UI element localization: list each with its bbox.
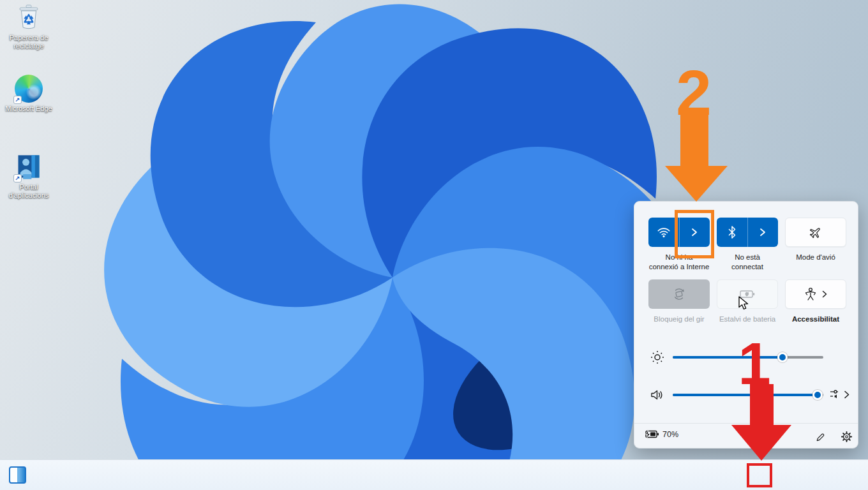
annotation-step1-highlight-box — [747, 463, 772, 487]
sound-output-icon — [829, 388, 842, 401]
edge-label: Microsoft Edge — [5, 105, 52, 113]
bluetooth-button[interactable] — [717, 218, 747, 247]
rotation-lock-label: Bloqueig del gir — [643, 315, 715, 324]
settings-button[interactable] — [839, 429, 854, 444]
bluetooth-icon — [728, 226, 737, 239]
brightness-thumb[interactable] — [777, 352, 788, 362]
rotation-lock-button[interactable] — [648, 279, 710, 309]
rotation-lock-icon — [672, 287, 686, 301]
recycle-bin-icon — [15, 4, 43, 32]
desktop-icon-company-portal[interactable]: ↗ Portal d'aplicacions — [1, 153, 57, 200]
battery-status[interactable]: 70% — [644, 429, 678, 439]
company-portal-label: Portal d'aplicacions — [9, 183, 49, 200]
quick-settings-panel: No hi ha connexió a Interne No està conn… — [634, 201, 858, 449]
brightness-icon — [650, 350, 665, 365]
annotation-step1-arrow-head — [731, 425, 791, 461]
pencil-icon — [814, 431, 825, 442]
desktop-icon-edge[interactable]: ↗ Microsoft Edge — [1, 75, 57, 113]
airplane-mode-button[interactable] — [785, 218, 846, 247]
volume-thumb[interactable] — [812, 390, 823, 400]
battery-saver-label: Estalvi de bateria — [712, 315, 783, 324]
accessibility-button[interactable] — [785, 279, 846, 309]
chevron-right-icon — [760, 228, 766, 237]
battery-percent-label: 70% — [662, 430, 678, 439]
qs-footer-divider — [634, 423, 858, 424]
annotation-step2-highlight-box — [675, 210, 714, 258]
chevron-right-icon — [822, 290, 827, 298]
shortcut-arrow-icon: ↗ — [13, 174, 22, 182]
airplane-mode-label: Mode d'avió — [780, 253, 851, 262]
recycle-bin-label: Paperera de reciclatge — [10, 34, 49, 50]
taskbar: 10:37 24/5/2024 z — [0, 459, 868, 490]
widgets-button[interactable] — [9, 466, 26, 484]
annotation-step2-arrow-head — [665, 166, 728, 202]
bluetooth-status-label: No està connectat — [712, 253, 783, 272]
chevron-right-icon — [844, 390, 849, 399]
airplane-icon — [809, 225, 823, 239]
wifi-icon — [657, 226, 671, 238]
volume-icon — [649, 387, 664, 403]
accessibility-icon — [804, 287, 817, 301]
edit-quick-settings-button[interactable] — [812, 429, 827, 444]
desktop-icon-recycle-bin[interactable]: Paperera de reciclatge — [1, 4, 57, 50]
bluetooth-expand-button[interactable] — [747, 218, 779, 247]
annotation-step1-arrow-shaft — [750, 384, 774, 426]
sound-output-button[interactable] — [829, 388, 849, 401]
mouse-cursor — [738, 296, 752, 311]
shortcut-arrow-icon: ↗ — [13, 96, 22, 104]
bluetooth-split-button — [717, 218, 778, 247]
annotation-step2-arrow-shaft — [680, 114, 708, 167]
gear-icon — [841, 431, 853, 443]
desktop: Paperera de reciclatge ↗ Microsoft Edge … — [0, 0, 868, 490]
accessibility-label: Accessibilitat — [780, 315, 851, 324]
battery-charging-icon — [644, 429, 659, 439]
